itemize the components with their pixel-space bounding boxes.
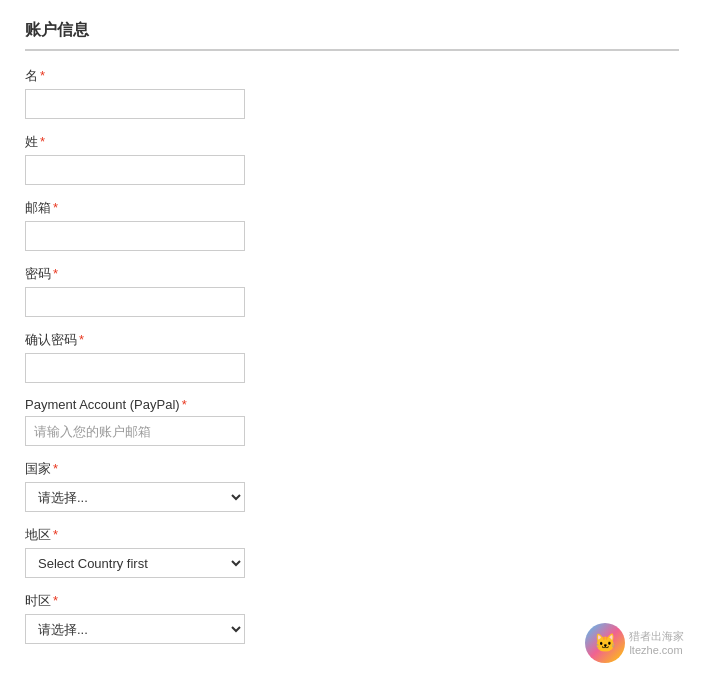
watermark-icon: 🐱: [585, 623, 625, 663]
timezone-select[interactable]: 请选择...: [25, 614, 245, 644]
confirm-password-label: 确认密码*: [25, 331, 679, 349]
payment-account-input[interactable]: [25, 416, 245, 446]
country-label: 国家*: [25, 460, 679, 478]
email-label: 邮箱*: [25, 199, 679, 217]
region-label: 地区*: [25, 526, 679, 544]
payment-account-group: Payment Account (PayPal)*: [25, 397, 679, 446]
timezone-label: 时区*: [25, 592, 679, 610]
last-name-group: 姓*: [25, 133, 679, 185]
first-name-input[interactable]: [25, 89, 245, 119]
first-name-group: 名*: [25, 67, 679, 119]
watermark-text: 猎者出海家 ltezhe.com: [629, 629, 684, 658]
confirm-password-input[interactable]: [25, 353, 245, 383]
region-group: 地区* Select Country first: [25, 526, 679, 578]
region-select[interactable]: Select Country first: [25, 548, 245, 578]
email-group: 邮箱*: [25, 199, 679, 251]
password-input[interactable]: [25, 287, 245, 317]
country-select[interactable]: 请选择...: [25, 482, 245, 512]
first-name-label: 名*: [25, 67, 679, 85]
password-label: 密码*: [25, 265, 679, 283]
last-name-label: 姓*: [25, 133, 679, 151]
payment-account-label: Payment Account (PayPal)*: [25, 397, 679, 412]
email-input[interactable]: [25, 221, 245, 251]
last-name-input[interactable]: [25, 155, 245, 185]
country-group: 国家* 请选择...: [25, 460, 679, 512]
watermark: 🐱 猎者出海家 ltezhe.com: [574, 618, 694, 668]
page-title: 账户信息: [25, 20, 679, 51]
confirm-password-group: 确认密码*: [25, 331, 679, 383]
password-group: 密码*: [25, 265, 679, 317]
